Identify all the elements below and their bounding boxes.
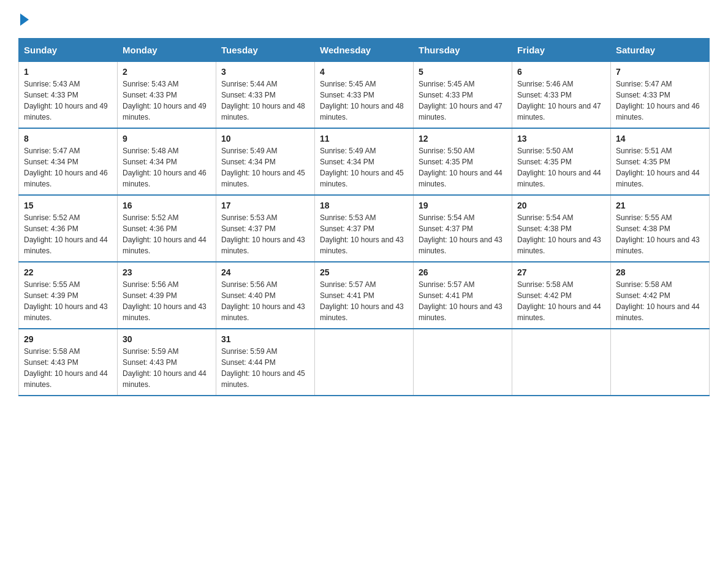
calendar-cell: 30Sunrise: 5:59 AMSunset: 4:43 PMDayligh… — [118, 329, 216, 396]
day-number: 14 — [616, 134, 704, 144]
day-number: 22 — [24, 267, 112, 277]
calendar-week-2: 8Sunrise: 5:47 AMSunset: 4:34 PMDaylight… — [19, 128, 710, 195]
day-info: Sunrise: 5:50 AMSunset: 4:35 PMDaylight:… — [517, 145, 605, 190]
calendar-cell: 23Sunrise: 5:56 AMSunset: 4:39 PMDayligh… — [118, 262, 216, 329]
calendar-cell: 4Sunrise: 5:45 AMSunset: 4:33 PMDaylight… — [315, 62, 414, 129]
day-number: 15 — [24, 201, 112, 210]
logo-arrow-icon — [20, 13, 29, 26]
calendar-cell: 29Sunrise: 5:58 AMSunset: 4:43 PMDayligh… — [19, 329, 118, 396]
calendar-week-1: 1Sunrise: 5:43 AMSunset: 4:33 PMDaylight… — [19, 62, 710, 129]
day-number: 26 — [419, 267, 507, 277]
calendar-week-5: 29Sunrise: 5:58 AMSunset: 4:43 PMDayligh… — [19, 329, 710, 396]
calendar-cell: 21Sunrise: 5:55 AMSunset: 4:38 PMDayligh… — [611, 195, 710, 262]
day-number: 27 — [517, 267, 605, 277]
day-number: 20 — [517, 201, 605, 210]
calendar-cell: 13Sunrise: 5:50 AMSunset: 4:35 PMDayligh… — [512, 128, 611, 195]
day-number: 6 — [517, 67, 605, 77]
calendar-cell: 3Sunrise: 5:44 AMSunset: 4:33 PMDaylight… — [216, 62, 315, 129]
calendar-header: SundayMondayTuesdayWednesdayThursdayFrid… — [19, 39, 710, 62]
day-number: 17 — [221, 201, 309, 210]
calendar-cell: 31Sunrise: 5:59 AMSunset: 4:44 PMDayligh… — [216, 329, 315, 396]
day-info: Sunrise: 5:54 AMSunset: 4:38 PMDaylight:… — [517, 212, 605, 256]
calendar-cell: 6Sunrise: 5:46 AMSunset: 4:33 PMDaylight… — [512, 62, 611, 129]
day-info: Sunrise: 5:43 AMSunset: 4:33 PMDaylight:… — [123, 79, 211, 123]
day-number: 8 — [24, 134, 112, 144]
day-number: 5 — [419, 67, 507, 77]
day-number: 4 — [320, 67, 408, 77]
calendar-cell — [611, 329, 710, 396]
day-number: 23 — [123, 267, 211, 277]
calendar-cell: 18Sunrise: 5:53 AMSunset: 4:37 PMDayligh… — [315, 195, 414, 262]
calendar-body: 1Sunrise: 5:43 AMSunset: 4:33 PMDaylight… — [19, 62, 710, 396]
day-info: Sunrise: 5:59 AMSunset: 4:43 PMDaylight:… — [123, 346, 211, 390]
calendar-cell — [414, 329, 512, 396]
weekday-header-saturday: Saturday — [611, 39, 710, 62]
calendar-cell — [512, 329, 611, 396]
calendar-week-4: 22Sunrise: 5:55 AMSunset: 4:39 PMDayligh… — [19, 262, 710, 329]
calendar-cell: 8Sunrise: 5:47 AMSunset: 4:34 PMDaylight… — [19, 128, 118, 195]
day-info: Sunrise: 5:51 AMSunset: 4:35 PMDaylight:… — [616, 145, 704, 190]
day-number: 18 — [320, 201, 408, 210]
day-info: Sunrise: 5:45 AMSunset: 4:33 PMDaylight:… — [320, 79, 408, 123]
calendar-cell: 24Sunrise: 5:56 AMSunset: 4:40 PMDayligh… — [216, 262, 315, 329]
calendar-cell: 7Sunrise: 5:47 AMSunset: 4:33 PMDaylight… — [611, 62, 710, 129]
day-number: 19 — [419, 201, 507, 210]
day-number: 25 — [320, 267, 408, 277]
calendar-cell: 10Sunrise: 5:49 AMSunset: 4:34 PMDayligh… — [216, 128, 315, 195]
calendar-cell: 17Sunrise: 5:53 AMSunset: 4:37 PMDayligh… — [216, 195, 315, 262]
day-info: Sunrise: 5:53 AMSunset: 4:37 PMDaylight:… — [221, 212, 309, 256]
day-number: 13 — [517, 134, 605, 144]
day-info: Sunrise: 5:59 AMSunset: 4:44 PMDaylight:… — [221, 346, 309, 390]
day-number: 11 — [320, 134, 408, 144]
day-info: Sunrise: 5:47 AMSunset: 4:33 PMDaylight:… — [616, 79, 704, 123]
day-info: Sunrise: 5:56 AMSunset: 4:40 PMDaylight:… — [221, 279, 309, 323]
calendar-cell: 12Sunrise: 5:50 AMSunset: 4:35 PMDayligh… — [414, 128, 512, 195]
day-info: Sunrise: 5:49 AMSunset: 4:34 PMDaylight:… — [320, 145, 408, 190]
day-info: Sunrise: 5:58 AMSunset: 4:43 PMDaylight:… — [24, 346, 112, 390]
calendar-table: SundayMondayTuesdayWednesdayThursdayFrid… — [18, 38, 710, 396]
calendar-cell: 2Sunrise: 5:43 AMSunset: 4:33 PMDaylight… — [118, 62, 216, 129]
day-number: 9 — [123, 134, 211, 144]
day-info: Sunrise: 5:43 AMSunset: 4:33 PMDaylight:… — [24, 79, 112, 123]
calendar-cell: 22Sunrise: 5:55 AMSunset: 4:39 PMDayligh… — [19, 262, 118, 329]
day-number: 29 — [24, 334, 112, 344]
day-number: 30 — [123, 334, 211, 344]
calendar-cell — [315, 329, 414, 396]
day-number: 21 — [616, 201, 704, 210]
day-info: Sunrise: 5:49 AMSunset: 4:34 PMDaylight:… — [221, 145, 309, 190]
calendar-cell: 15Sunrise: 5:52 AMSunset: 4:36 PMDayligh… — [19, 195, 118, 262]
day-info: Sunrise: 5:52 AMSunset: 4:36 PMDaylight:… — [123, 212, 211, 256]
weekday-header-thursday: Thursday — [414, 39, 512, 62]
day-info: Sunrise: 5:53 AMSunset: 4:37 PMDaylight:… — [320, 212, 408, 256]
calendar-cell: 19Sunrise: 5:54 AMSunset: 4:37 PMDayligh… — [414, 195, 512, 262]
weekday-header-row: SundayMondayTuesdayWednesdayThursdayFrid… — [19, 39, 710, 62]
day-info: Sunrise: 5:44 AMSunset: 4:33 PMDaylight:… — [221, 79, 309, 123]
day-number: 10 — [221, 134, 309, 144]
calendar-cell: 28Sunrise: 5:58 AMSunset: 4:42 PMDayligh… — [611, 262, 710, 329]
day-number: 1 — [24, 67, 112, 77]
calendar-week-3: 15Sunrise: 5:52 AMSunset: 4:36 PMDayligh… — [19, 195, 710, 262]
weekday-header-friday: Friday — [512, 39, 611, 62]
calendar-cell: 25Sunrise: 5:57 AMSunset: 4:41 PMDayligh… — [315, 262, 414, 329]
calendar-cell: 14Sunrise: 5:51 AMSunset: 4:35 PMDayligh… — [611, 128, 710, 195]
weekday-header-sunday: Sunday — [19, 39, 118, 62]
day-number: 28 — [616, 267, 704, 277]
day-number: 12 — [419, 134, 507, 144]
day-number: 3 — [221, 67, 309, 77]
day-info: Sunrise: 5:54 AMSunset: 4:37 PMDaylight:… — [419, 212, 507, 256]
day-info: Sunrise: 5:57 AMSunset: 4:41 PMDaylight:… — [419, 279, 507, 323]
calendar-cell: 5Sunrise: 5:45 AMSunset: 4:33 PMDaylight… — [414, 62, 512, 129]
calendar-cell: 26Sunrise: 5:57 AMSunset: 4:41 PMDayligh… — [414, 262, 512, 329]
day-info: Sunrise: 5:47 AMSunset: 4:34 PMDaylight:… — [24, 145, 112, 190]
day-info: Sunrise: 5:55 AMSunset: 4:39 PMDaylight:… — [24, 279, 112, 323]
calendar-cell: 1Sunrise: 5:43 AMSunset: 4:33 PMDaylight… — [19, 62, 118, 129]
day-info: Sunrise: 5:52 AMSunset: 4:36 PMDaylight:… — [24, 212, 112, 256]
calendar-cell: 9Sunrise: 5:48 AMSunset: 4:34 PMDaylight… — [118, 128, 216, 195]
weekday-header-tuesday: Tuesday — [216, 39, 315, 62]
day-info: Sunrise: 5:48 AMSunset: 4:34 PMDaylight:… — [123, 145, 211, 190]
weekday-header-wednesday: Wednesday — [315, 39, 414, 62]
weekday-header-monday: Monday — [118, 39, 216, 62]
calendar-cell: 11Sunrise: 5:49 AMSunset: 4:34 PMDayligh… — [315, 128, 414, 195]
day-info: Sunrise: 5:58 AMSunset: 4:42 PMDaylight:… — [517, 279, 605, 323]
day-info: Sunrise: 5:58 AMSunset: 4:42 PMDaylight:… — [616, 279, 704, 323]
